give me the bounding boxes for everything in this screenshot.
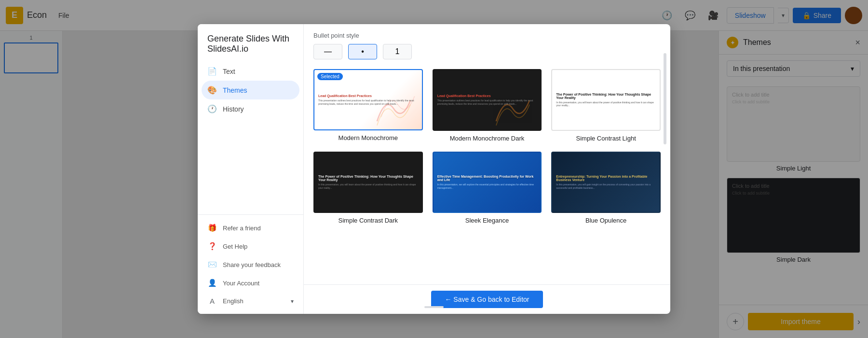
theme-item-simple-contrast-dark[interactable]: The Power of Positive Thinking: How Your…: [313, 152, 423, 225]
theme-name-simple-contrast-dark: Simple Contrast Dark: [313, 217, 423, 224]
theme-item-modern-mono[interactable]: Selected Lead Qualification Best Practic…: [313, 69, 423, 142]
thumb-content-sleek-elegance: Effective Time Management: Boosting Prod…: [434, 153, 541, 212]
sidebar-item-help[interactable]: ❓ Get Help: [202, 237, 299, 255]
save-back-button[interactable]: ← Save & Go back to Editor: [431, 291, 542, 308]
theme-thumb-sleek-elegance: Effective Time Management: Boosting Prod…: [433, 152, 542, 213]
modal-scroll-indicator: [424, 306, 444, 308]
theme-name-modern-mono-dark: Modern Monochrome Dark: [433, 135, 542, 142]
gift-icon: 🎁: [207, 224, 217, 232]
modal-dialog: Generate Slides With SlidesAI.io 📄 Text …: [198, 24, 670, 314]
sidebar-item-themes[interactable]: 🎨 Themes: [202, 81, 299, 99]
modal-sidebar-footer: 🎁 Refer a friend ❓ Get Help ✉️ Share you…: [198, 214, 303, 314]
bullet-option-dot[interactable]: •: [348, 44, 377, 59]
modal-main: Bullet point style — • 1 Selected Lead Q…: [304, 24, 670, 314]
sidebar-item-themes-label: Themes: [223, 86, 247, 94]
modal-footer: ← Save & Go back to Editor: [304, 284, 670, 314]
language-icon: A: [207, 297, 217, 305]
modal-content-area[interactable]: Bullet point style — • 1 Selected Lead Q…: [304, 24, 670, 284]
sidebar-item-history-label: History: [223, 105, 244, 113]
help-icon: ❓: [207, 242, 217, 251]
modal-overlay: Generate Slides With SlidesAI.io 📄 Text …: [0, 0, 868, 338]
thumb-content-simple-contrast-dark: The Power of Positive Thinking: How Your…: [314, 153, 422, 212]
bullet-option-dash[interactable]: —: [313, 44, 342, 59]
sidebar-item-account[interactable]: 👤 Your Account: [202, 274, 299, 292]
theme-item-modern-mono-dark[interactable]: Lead Qualification Best Practices This p…: [433, 69, 542, 142]
sidebar-item-refer[interactable]: 🎁 Refer a friend: [202, 219, 299, 237]
theme-item-sleek-elegance[interactable]: Effective Time Management: Boosting Prod…: [433, 152, 542, 225]
theme-thumb-modern-mono: Selected Lead Qualification Best Practic…: [313, 69, 423, 130]
modal-sidebar-header: Generate Slides With SlidesAI.io: [198, 24, 303, 62]
bullet-style-label: Bullet point style: [313, 32, 661, 39]
theme-name-blue-opulence: Blue Opulence: [551, 217, 661, 224]
theme-item-blue-opulence[interactable]: Entrepreneurship: Turning Your Passion i…: [551, 152, 661, 225]
theme-thumb-blue-opulence: Entrepreneurship: Turning Your Passion i…: [551, 152, 661, 213]
thumb-content-blue-opulence: Entrepreneurship: Turning Your Passion i…: [552, 153, 660, 212]
bullet-option-number[interactable]: 1: [383, 44, 412, 59]
sidebar-item-text[interactable]: 📄 Text: [202, 62, 299, 81]
theme-name-sleek-elegance: Sleek Elegance: [433, 217, 542, 224]
sidebar-item-language[interactable]: A English ▾: [202, 292, 299, 310]
thumb-content-simple-contrast-light: The Power of Positive Thinking: How Your…: [552, 70, 660, 130]
themes-icon: 🎨: [207, 85, 217, 95]
bullet-options: — • 1: [313, 44, 661, 59]
theme-thumb-simple-contrast-light: The Power of Positive Thinking: How Your…: [551, 69, 661, 131]
text-icon: 📄: [207, 67, 217, 76]
modal-nav: 📄 Text 🎨 Themes 🕐 History: [198, 62, 303, 214]
sidebar-item-text-label: Text: [223, 68, 235, 75]
sidebar-item-history[interactable]: 🕐 History: [202, 99, 299, 118]
selected-badge: Selected: [317, 73, 343, 80]
theme-thumb-simple-contrast-dark: The Power of Positive Thinking: How Your…: [313, 152, 423, 213]
theme-grid: Selected Lead Qualification Best Practic…: [313, 69, 661, 224]
modal-sidebar: Generate Slides With SlidesAI.io 📄 Text …: [198, 24, 304, 314]
theme-name-simple-contrast-light: Simple Contrast Light: [551, 135, 661, 142]
theme-name-modern-mono: Modern Monochrome: [313, 134, 423, 141]
history-icon: 🕐: [207, 104, 217, 113]
theme-item-simple-contrast-light[interactable]: The Power of Positive Thinking: How Your…: [551, 69, 661, 142]
language-chevron-icon: ▾: [291, 298, 294, 305]
theme-thumb-modern-mono-dark: Lead Qualification Best Practices This p…: [433, 69, 542, 131]
feedback-icon: ✉️: [207, 260, 217, 269]
sidebar-item-feedback[interactable]: ✉️ Share your feedback: [202, 255, 299, 274]
account-icon: 👤: [207, 279, 217, 287]
